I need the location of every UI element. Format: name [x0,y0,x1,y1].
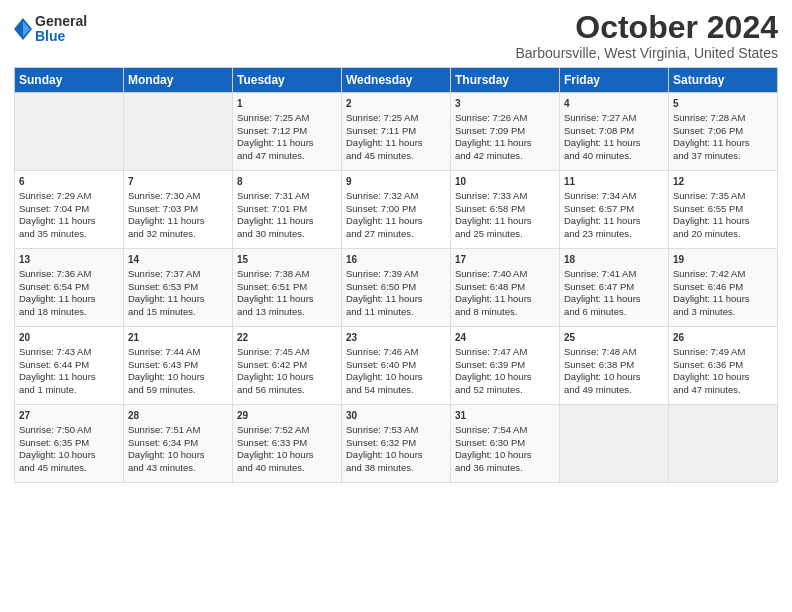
calendar-cell: 30Sunrise: 7:53 AMSunset: 6:32 PMDayligh… [342,405,451,483]
calendar-cell [669,405,778,483]
day-number: 4 [564,97,664,111]
week-row-1: 1Sunrise: 7:25 AMSunset: 7:12 PMDaylight… [15,93,778,171]
day-number: 29 [237,409,337,423]
calendar-cell: 16Sunrise: 7:39 AMSunset: 6:50 PMDayligh… [342,249,451,327]
header-row: Sunday Monday Tuesday Wednesday Thursday… [15,68,778,93]
calendar-cell: 15Sunrise: 7:38 AMSunset: 6:51 PMDayligh… [233,249,342,327]
col-tuesday: Tuesday [233,68,342,93]
calendar-cell [560,405,669,483]
day-number: 21 [128,331,228,345]
col-saturday: Saturday [669,68,778,93]
logo-blue-text: Blue [35,29,87,44]
title-area: October 2024 Barboursville, West Virgini… [516,10,779,61]
day-number: 16 [346,253,446,267]
calendar-body: 1Sunrise: 7:25 AMSunset: 7:12 PMDaylight… [15,93,778,483]
day-number: 9 [346,175,446,189]
calendar-cell: 13Sunrise: 7:36 AMSunset: 6:54 PMDayligh… [15,249,124,327]
calendar-cell: 5Sunrise: 7:28 AMSunset: 7:06 PMDaylight… [669,93,778,171]
calendar-cell: 26Sunrise: 7:49 AMSunset: 6:36 PMDayligh… [669,327,778,405]
day-number: 10 [455,175,555,189]
col-friday: Friday [560,68,669,93]
calendar-cell: 24Sunrise: 7:47 AMSunset: 6:39 PMDayligh… [451,327,560,405]
day-number: 5 [673,97,773,111]
calendar-cell: 9Sunrise: 7:32 AMSunset: 7:00 PMDaylight… [342,171,451,249]
day-number: 6 [19,175,119,189]
subtitle: Barboursville, West Virginia, United Sta… [516,45,779,61]
logo: General Blue [14,14,87,45]
week-row-2: 6Sunrise: 7:29 AMSunset: 7:04 PMDaylight… [15,171,778,249]
col-wednesday: Wednesday [342,68,451,93]
day-number: 24 [455,331,555,345]
day-number: 18 [564,253,664,267]
calendar-cell: 18Sunrise: 7:41 AMSunset: 6:47 PMDayligh… [560,249,669,327]
day-number: 2 [346,97,446,111]
day-number: 19 [673,253,773,267]
calendar-table: Sunday Monday Tuesday Wednesday Thursday… [14,67,778,483]
calendar-cell: 21Sunrise: 7:44 AMSunset: 6:43 PMDayligh… [124,327,233,405]
day-number: 14 [128,253,228,267]
day-number: 17 [455,253,555,267]
calendar-cell [15,93,124,171]
calendar-cell: 11Sunrise: 7:34 AMSunset: 6:57 PMDayligh… [560,171,669,249]
calendar-cell: 3Sunrise: 7:26 AMSunset: 7:09 PMDaylight… [451,93,560,171]
logo-general-text: General [35,14,87,29]
day-number: 13 [19,253,119,267]
calendar-cell: 8Sunrise: 7:31 AMSunset: 7:01 PMDaylight… [233,171,342,249]
calendar-cell: 6Sunrise: 7:29 AMSunset: 7:04 PMDaylight… [15,171,124,249]
calendar-cell [124,93,233,171]
day-number: 26 [673,331,773,345]
header: General Blue October 2024 Barboursville,… [14,10,778,61]
day-number: 8 [237,175,337,189]
page: General Blue October 2024 Barboursville,… [0,0,792,612]
calendar-cell: 14Sunrise: 7:37 AMSunset: 6:53 PMDayligh… [124,249,233,327]
main-title: October 2024 [516,10,779,45]
col-sunday: Sunday [15,68,124,93]
calendar-cell: 12Sunrise: 7:35 AMSunset: 6:55 PMDayligh… [669,171,778,249]
calendar-cell: 19Sunrise: 7:42 AMSunset: 6:46 PMDayligh… [669,249,778,327]
calendar-cell: 20Sunrise: 7:43 AMSunset: 6:44 PMDayligh… [15,327,124,405]
col-thursday: Thursday [451,68,560,93]
day-number: 22 [237,331,337,345]
calendar-cell: 25Sunrise: 7:48 AMSunset: 6:38 PMDayligh… [560,327,669,405]
day-number: 30 [346,409,446,423]
day-number: 12 [673,175,773,189]
col-monday: Monday [124,68,233,93]
week-row-3: 13Sunrise: 7:36 AMSunset: 6:54 PMDayligh… [15,249,778,327]
logo-icon [14,18,32,40]
week-row-4: 20Sunrise: 7:43 AMSunset: 6:44 PMDayligh… [15,327,778,405]
day-number: 25 [564,331,664,345]
day-number: 28 [128,409,228,423]
calendar-cell: 4Sunrise: 7:27 AMSunset: 7:08 PMDaylight… [560,93,669,171]
calendar-cell: 22Sunrise: 7:45 AMSunset: 6:42 PMDayligh… [233,327,342,405]
calendar-cell: 31Sunrise: 7:54 AMSunset: 6:30 PMDayligh… [451,405,560,483]
calendar-cell: 27Sunrise: 7:50 AMSunset: 6:35 PMDayligh… [15,405,124,483]
day-number: 27 [19,409,119,423]
day-number: 1 [237,97,337,111]
calendar-cell: 28Sunrise: 7:51 AMSunset: 6:34 PMDayligh… [124,405,233,483]
calendar-cell: 23Sunrise: 7:46 AMSunset: 6:40 PMDayligh… [342,327,451,405]
day-number: 20 [19,331,119,345]
calendar-cell: 2Sunrise: 7:25 AMSunset: 7:11 PMDaylight… [342,93,451,171]
logo-text: General Blue [35,14,87,45]
calendar-cell: 17Sunrise: 7:40 AMSunset: 6:48 PMDayligh… [451,249,560,327]
calendar-cell: 10Sunrise: 7:33 AMSunset: 6:58 PMDayligh… [451,171,560,249]
calendar-header: Sunday Monday Tuesday Wednesday Thursday… [15,68,778,93]
calendar-cell: 29Sunrise: 7:52 AMSunset: 6:33 PMDayligh… [233,405,342,483]
calendar-cell: 7Sunrise: 7:30 AMSunset: 7:03 PMDaylight… [124,171,233,249]
day-number: 7 [128,175,228,189]
day-number: 23 [346,331,446,345]
day-number: 11 [564,175,664,189]
day-number: 3 [455,97,555,111]
week-row-5: 27Sunrise: 7:50 AMSunset: 6:35 PMDayligh… [15,405,778,483]
calendar-cell: 1Sunrise: 7:25 AMSunset: 7:12 PMDaylight… [233,93,342,171]
day-number: 15 [237,253,337,267]
day-number: 31 [455,409,555,423]
